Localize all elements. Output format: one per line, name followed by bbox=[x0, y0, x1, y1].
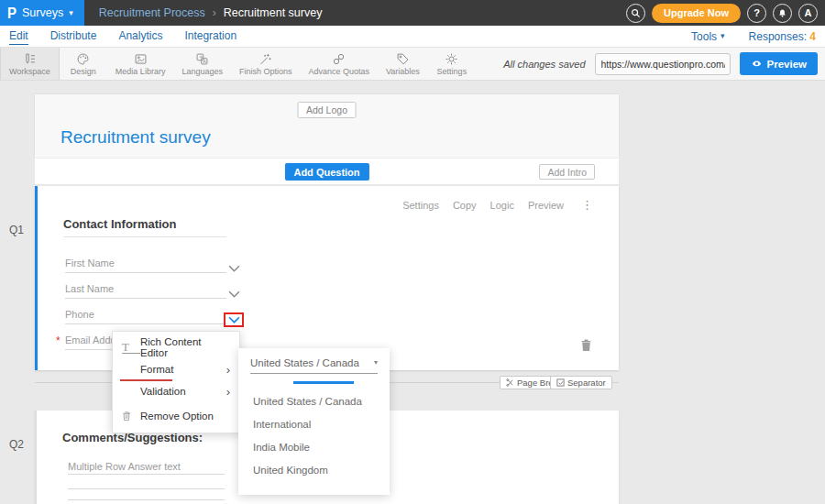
format-option-india-mobile[interactable]: India Mobile bbox=[253, 442, 310, 453]
image-icon bbox=[133, 52, 148, 66]
breadcrumb-folder[interactable]: Recruitment Process bbox=[99, 6, 205, 19]
menu-item-validation[interactable]: Validation › bbox=[113, 380, 239, 402]
question-logic-button[interactable]: Logic bbox=[490, 200, 514, 211]
answer-line[interactable] bbox=[68, 488, 225, 489]
text-editor-icon: T bbox=[122, 341, 140, 355]
tools-menu[interactable]: Tools ▾ bbox=[691, 30, 725, 43]
tools-label: Tools bbox=[691, 30, 717, 43]
gear-icon bbox=[444, 52, 459, 66]
responses-count: 4 bbox=[809, 30, 816, 43]
format-option-international[interactable]: International bbox=[253, 419, 311, 430]
chevron-down-icon: ▾ bbox=[374, 359, 378, 367]
more-options-icon[interactable]: ⋮ bbox=[581, 198, 593, 212]
field-last-name[interactable]: Last Name bbox=[65, 279, 226, 299]
chevron-down-icon: ▾ bbox=[720, 32, 725, 40]
notifications-button[interactable] bbox=[773, 4, 792, 23]
active-indicator-bar bbox=[293, 381, 354, 384]
add-question-row: Add Question Add Intro bbox=[35, 158, 619, 184]
toolbar-tab-design[interactable]: Design bbox=[60, 48, 107, 80]
svg-text:A: A bbox=[203, 58, 206, 63]
survey-url-input[interactable] bbox=[596, 59, 727, 70]
tab-analytics[interactable]: Analytics bbox=[118, 27, 162, 45]
search-button[interactable] bbox=[626, 4, 645, 23]
question1-title-rule bbox=[63, 236, 226, 237]
toolbar-right: All changes saved ✎ Preview bbox=[503, 48, 825, 80]
breadcrumb: Recruitment Process › Recruitment survey bbox=[99, 6, 323, 19]
toolbar-tab-advance-quotas[interactable]: Advance Quotas bbox=[300, 48, 378, 80]
section-tabs: Edit Distribute Analytics Integration bbox=[0, 27, 236, 45]
avatar[interactable]: A bbox=[798, 4, 818, 23]
survey-title[interactable]: Recruitment survey bbox=[60, 127, 211, 148]
chevron-down-icon: ▾ bbox=[69, 9, 73, 17]
submenu-arrow-icon: › bbox=[226, 363, 230, 377]
answer-line[interactable] bbox=[68, 499, 225, 500]
nav-right: Tools ▾ Responses: 4 bbox=[691, 30, 825, 43]
workspace-icon bbox=[22, 52, 38, 66]
question2-label: Q2 bbox=[9, 438, 24, 451]
preview-button[interactable]: Preview bbox=[740, 52, 818, 75]
tab-distribute[interactable]: Distribute bbox=[50, 27, 97, 45]
question-settings-button[interactable]: Settings bbox=[402, 200, 439, 211]
menu-item-format[interactable]: Format › bbox=[113, 358, 239, 380]
search-icon bbox=[631, 8, 641, 18]
bell-icon bbox=[777, 8, 787, 18]
chevron-down-icon[interactable] bbox=[228, 290, 240, 299]
upgrade-now-button[interactable]: Upgrade Now bbox=[652, 4, 741, 23]
format-selected-value: United States / Canada bbox=[250, 357, 359, 368]
survey-canvas: Add Logo Recruitment survey Add Question… bbox=[0, 81, 825, 504]
section-nav: Edit Distribute Analytics Integration To… bbox=[0, 26, 825, 48]
trash-icon bbox=[580, 338, 592, 352]
palette-icon bbox=[75, 52, 91, 66]
field-first-name[interactable]: First Name bbox=[65, 254, 226, 273]
question-copy-button[interactable]: Copy bbox=[453, 200, 477, 211]
toolbar-tab-languages[interactable]: ✳A Languages bbox=[173, 48, 231, 80]
magic-wand-icon bbox=[258, 52, 273, 66]
tab-integration[interactable]: Integration bbox=[184, 27, 236, 45]
help-button[interactable]: ? bbox=[747, 4, 766, 23]
breadcrumb-current: Recruitment survey bbox=[224, 6, 323, 19]
eye-icon bbox=[751, 59, 763, 69]
answer-line[interactable] bbox=[68, 474, 225, 475]
toolbar-tab-media-library[interactable]: Media Library bbox=[107, 48, 174, 80]
checkbox-icon bbox=[556, 378, 565, 387]
tag-icon bbox=[395, 52, 411, 66]
save-status: All changes saved bbox=[503, 59, 585, 70]
question1-actions: Settings Copy Logic Preview ⋮ bbox=[402, 198, 593, 212]
menu-item-rich-content-editor[interactable]: T Rich Content Editor bbox=[113, 336, 239, 358]
surveys-product-menu[interactable]: P Surveys ▾ bbox=[0, 0, 84, 26]
add-logo-button[interactable]: Add Logo bbox=[297, 102, 357, 118]
format-option-united-kingdom[interactable]: United Kingdom bbox=[253, 465, 328, 476]
question1-title[interactable]: Contact Information bbox=[63, 217, 177, 231]
breadcrumb-separator-icon: › bbox=[213, 6, 216, 19]
annotation-highlight-box bbox=[224, 312, 244, 327]
toolbar-tab-finish-options[interactable]: Finish Options bbox=[231, 48, 301, 80]
responses-link[interactable]: Responses: 4 bbox=[749, 30, 816, 43]
scissors-icon bbox=[506, 378, 514, 387]
questionpro-survey-editor: P Surveys ▾ Recruitment Process › Recrui… bbox=[0, 0, 825, 504]
toolbar-tab-variables[interactable]: Variables bbox=[378, 48, 428, 80]
submenu-arrow-icon: › bbox=[226, 385, 230, 399]
add-intro-button[interactable]: Add Intro bbox=[539, 164, 595, 180]
menu-item-remove-option[interactable]: Remove Option bbox=[113, 405, 239, 427]
format-option-us-canada[interactable]: United States / Canada bbox=[253, 396, 362, 407]
edit-url-icon[interactable]: ✎ bbox=[727, 58, 731, 71]
survey-header-card: Add Logo Recruitment survey bbox=[35, 94, 619, 158]
trash-icon bbox=[122, 411, 140, 422]
tab-edit[interactable]: Edit bbox=[9, 27, 28, 45]
add-question-button[interactable]: Add Question bbox=[284, 163, 368, 181]
product-menu-label: Surveys bbox=[22, 6, 63, 19]
responses-label: Responses: bbox=[749, 30, 807, 43]
required-asterisk: * bbox=[56, 334, 60, 347]
format-select[interactable]: United States / Canada ▾ bbox=[250, 357, 378, 374]
chevron-down-icon[interactable] bbox=[228, 265, 240, 273]
links-icon bbox=[331, 52, 346, 66]
question1-label: Q1 bbox=[9, 224, 24, 236]
row-options-context-menu: T Rich Content Editor Format › Validatio… bbox=[112, 331, 240, 433]
delete-question-button[interactable] bbox=[580, 338, 592, 356]
field-phone[interactable]: Phone bbox=[65, 305, 226, 324]
separator-button[interactable]: Separator bbox=[550, 376, 612, 389]
toolbar-tab-workspace[interactable]: Workspace bbox=[0, 48, 60, 80]
toolbar-tab-settings[interactable]: Settings bbox=[428, 48, 476, 80]
topbar-actions: Upgrade Now ? A bbox=[626, 4, 825, 23]
question-preview-button[interactable]: Preview bbox=[528, 200, 564, 211]
